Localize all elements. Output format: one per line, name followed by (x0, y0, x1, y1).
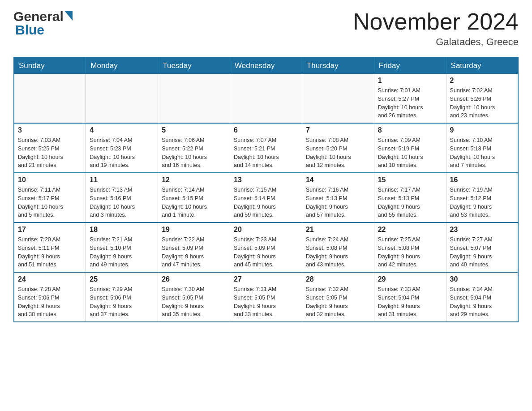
calendar-cell (14, 74, 86, 123)
calendar-cell: 8Sunrise: 7:09 AM Sunset: 5:19 PM Daylig… (374, 123, 446, 173)
day-info: Sunrise: 7:19 AM Sunset: 5:12 PM Dayligh… (450, 186, 514, 219)
day-info: Sunrise: 7:15 AM Sunset: 5:14 PM Dayligh… (234, 186, 298, 219)
day-number: 14 (306, 176, 370, 184)
day-number: 22 (378, 226, 442, 234)
day-info: Sunrise: 7:01 AM Sunset: 5:27 PM Dayligh… (378, 86, 442, 120)
calendar-cell: 13Sunrise: 7:15 AM Sunset: 5:14 PM Dayli… (230, 173, 302, 223)
day-number: 16 (450, 176, 514, 184)
day-info: Sunrise: 7:16 AM Sunset: 5:13 PM Dayligh… (306, 186, 370, 219)
day-number: 4 (90, 126, 154, 134)
day-info: Sunrise: 7:08 AM Sunset: 5:20 PM Dayligh… (306, 136, 370, 170)
day-info: Sunrise: 7:23 AM Sunset: 5:09 PM Dayligh… (234, 235, 298, 269)
calendar-cell: 1Sunrise: 7:01 AM Sunset: 5:27 PM Daylig… (374, 74, 446, 123)
calendar-cell: 5Sunrise: 7:06 AM Sunset: 5:22 PM Daylig… (158, 123, 230, 173)
calendar-cell: 24Sunrise: 7:28 AM Sunset: 5:06 PM Dayli… (14, 272, 86, 322)
day-number: 11 (90, 176, 154, 184)
day-info: Sunrise: 7:33 AM Sunset: 5:04 PM Dayligh… (378, 285, 442, 319)
logo: General Blue (13, 9, 73, 38)
calendar-table: SundayMondayTuesdayWednesdayThursdayFrid… (13, 57, 519, 322)
day-number: 2 (450, 77, 514, 85)
day-info: Sunrise: 7:13 AM Sunset: 5:16 PM Dayligh… (90, 186, 154, 219)
day-number: 24 (18, 275, 82, 283)
day-number: 23 (450, 226, 514, 234)
day-info: Sunrise: 7:20 AM Sunset: 5:11 PM Dayligh… (18, 235, 82, 269)
calendar-cell: 4Sunrise: 7:04 AM Sunset: 5:23 PM Daylig… (86, 123, 158, 173)
calendar-cell: 22Sunrise: 7:25 AM Sunset: 5:08 PM Dayli… (374, 223, 446, 272)
day-info: Sunrise: 7:10 AM Sunset: 5:18 PM Dayligh… (450, 136, 514, 170)
calendar-header-row: SundayMondayTuesdayWednesdayThursdayFrid… (14, 57, 518, 74)
title-block: November 2024 Galatades, Greece (353, 9, 519, 48)
day-number: 18 (90, 226, 154, 234)
day-number: 5 (162, 126, 226, 134)
day-number: 3 (18, 126, 82, 134)
weekday-header-friday: Friday (374, 57, 446, 74)
weekday-header-saturday: Saturday (446, 57, 518, 74)
calendar-cell: 15Sunrise: 7:17 AM Sunset: 5:13 PM Dayli… (374, 173, 446, 223)
calendar-cell (86, 74, 158, 123)
day-info: Sunrise: 7:34 AM Sunset: 5:04 PM Dayligh… (450, 285, 514, 319)
logo-arrow-icon (64, 11, 73, 22)
calendar-week-row: 1Sunrise: 7:01 AM Sunset: 5:27 PM Daylig… (14, 74, 518, 123)
weekday-header-monday: Monday (86, 57, 158, 74)
calendar-cell: 2Sunrise: 7:02 AM Sunset: 5:26 PM Daylig… (446, 74, 518, 123)
page-header: General Blue November 2024 Galatades, Gr… (13, 9, 519, 48)
location: Galatades, Greece (353, 36, 519, 48)
day-info: Sunrise: 7:24 AM Sunset: 5:08 PM Dayligh… (306, 235, 370, 269)
day-number: 19 (162, 226, 226, 234)
day-info: Sunrise: 7:02 AM Sunset: 5:26 PM Dayligh… (450, 86, 514, 120)
calendar-cell: 27Sunrise: 7:31 AM Sunset: 5:05 PM Dayli… (230, 272, 302, 322)
calendar-cell: 29Sunrise: 7:33 AM Sunset: 5:04 PM Dayli… (374, 272, 446, 322)
calendar-cell: 19Sunrise: 7:22 AM Sunset: 5:09 PM Dayli… (158, 223, 230, 272)
weekday-header-tuesday: Tuesday (158, 57, 230, 74)
calendar-week-row: 24Sunrise: 7:28 AM Sunset: 5:06 PM Dayli… (14, 272, 518, 322)
day-info: Sunrise: 7:30 AM Sunset: 5:05 PM Dayligh… (162, 285, 226, 319)
day-info: Sunrise: 7:29 AM Sunset: 5:06 PM Dayligh… (90, 285, 154, 319)
calendar-cell: 7Sunrise: 7:08 AM Sunset: 5:20 PM Daylig… (302, 123, 374, 173)
calendar-cell: 3Sunrise: 7:03 AM Sunset: 5:25 PM Daylig… (14, 123, 86, 173)
day-info: Sunrise: 7:11 AM Sunset: 5:17 PM Dayligh… (18, 186, 82, 219)
logo-blue-text: Blue (15, 22, 44, 38)
day-info: Sunrise: 7:28 AM Sunset: 5:06 PM Dayligh… (18, 285, 82, 319)
day-number: 15 (378, 176, 442, 184)
calendar-cell: 11Sunrise: 7:13 AM Sunset: 5:16 PM Dayli… (86, 173, 158, 223)
calendar-cell: 18Sunrise: 7:21 AM Sunset: 5:10 PM Dayli… (86, 223, 158, 272)
day-info: Sunrise: 7:09 AM Sunset: 5:19 PM Dayligh… (378, 136, 442, 170)
day-info: Sunrise: 7:06 AM Sunset: 5:22 PM Dayligh… (162, 136, 226, 170)
day-number: 21 (306, 226, 370, 234)
day-number: 28 (306, 275, 370, 283)
svg-marker-0 (64, 11, 73, 21)
month-title: November 2024 (353, 9, 519, 34)
day-number: 25 (90, 275, 154, 283)
day-number: 27 (234, 275, 298, 283)
day-info: Sunrise: 7:17 AM Sunset: 5:13 PM Dayligh… (378, 186, 442, 219)
day-info: Sunrise: 7:32 AM Sunset: 5:05 PM Dayligh… (306, 285, 370, 319)
calendar-cell: 6Sunrise: 7:07 AM Sunset: 5:21 PM Daylig… (230, 123, 302, 173)
logo-general-text: General (13, 9, 64, 24)
day-number: 8 (378, 126, 442, 134)
day-number: 12 (162, 176, 226, 184)
day-info: Sunrise: 7:14 AM Sunset: 5:15 PM Dayligh… (162, 186, 226, 219)
calendar-cell: 10Sunrise: 7:11 AM Sunset: 5:17 PM Dayli… (14, 173, 86, 223)
calendar-cell: 21Sunrise: 7:24 AM Sunset: 5:08 PM Dayli… (302, 223, 374, 272)
calendar-week-row: 10Sunrise: 7:11 AM Sunset: 5:17 PM Dayli… (14, 173, 518, 223)
weekday-header-thursday: Thursday (302, 57, 374, 74)
day-number: 17 (18, 226, 82, 234)
calendar-cell (302, 74, 374, 123)
day-number: 20 (234, 226, 298, 234)
calendar-cell: 20Sunrise: 7:23 AM Sunset: 5:09 PM Dayli… (230, 223, 302, 272)
day-number: 13 (234, 176, 298, 184)
day-info: Sunrise: 7:03 AM Sunset: 5:25 PM Dayligh… (18, 136, 82, 170)
calendar-cell (158, 74, 230, 123)
day-info: Sunrise: 7:21 AM Sunset: 5:10 PM Dayligh… (90, 235, 154, 269)
day-number: 26 (162, 275, 226, 283)
day-number: 29 (378, 275, 442, 283)
day-number: 7 (306, 126, 370, 134)
weekday-header-sunday: Sunday (14, 57, 86, 74)
calendar-cell: 9Sunrise: 7:10 AM Sunset: 5:18 PM Daylig… (446, 123, 518, 173)
calendar-week-row: 17Sunrise: 7:20 AM Sunset: 5:11 PM Dayli… (14, 223, 518, 272)
calendar-cell: 25Sunrise: 7:29 AM Sunset: 5:06 PM Dayli… (86, 272, 158, 322)
calendar-cell: 26Sunrise: 7:30 AM Sunset: 5:05 PM Dayli… (158, 272, 230, 322)
calendar-cell: 16Sunrise: 7:19 AM Sunset: 5:12 PM Dayli… (446, 173, 518, 223)
day-number: 30 (450, 275, 514, 283)
day-number: 10 (18, 176, 82, 184)
